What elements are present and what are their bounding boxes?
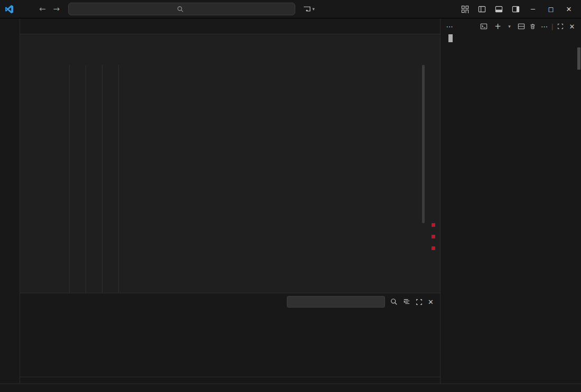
editor-scrollbar[interactable] [422,65,425,223]
search-icon[interactable] [390,298,398,305]
maximize-terminal-icon[interactable] [555,21,566,32]
debug-console-output [20,310,440,367]
close-window-button[interactable]: ✕ [561,1,577,17]
command-center-search[interactable] [68,3,295,15]
maximize-panel-icon[interactable] [416,299,423,305]
toggle-secondary-sidebar-icon[interactable] [508,2,523,16]
title-bar: ← → ▾ ─ [0,0,581,18]
go-back-icon[interactable]: ← [39,4,46,14]
vscode-logo-icon [0,5,18,14]
status-bar [0,384,581,392]
activity-bar [0,18,20,384]
toggle-primary-sidebar-icon[interactable] [474,2,489,16]
terminal-dropdown-icon[interactable]: ▾ [504,21,516,32]
nav-history: ← → [39,4,60,14]
close-terminal-icon[interactable]: ✕ [566,21,578,32]
more-actions-icon[interactable]: ⋯ [539,21,550,32]
kill-terminal-icon[interactable] [527,21,539,32]
panel-tab-bar: ✕ [20,293,440,310]
more-actions-icon[interactable]: ⋯ [444,21,455,32]
maximize-button[interactable]: ◻ [543,1,559,17]
editor-group: ✕ [20,18,440,384]
vscode-window: ← → ▾ ─ [0,0,581,392]
error-marker [432,235,435,238]
toggle-panel-icon[interactable] [491,2,506,16]
minimap[interactable] [393,65,422,293]
tab-bar [20,18,440,34]
console-filter-input[interactable] [287,296,385,308]
code-editor[interactable] [20,65,440,293]
split-terminal-icon[interactable] [516,21,527,32]
new-terminal-icon[interactable]: + [492,21,504,32]
error-marker [432,246,435,250]
terminal-output[interactable] [441,45,581,372]
error-marker [432,223,435,227]
bottom-panel: ✕ [20,293,440,384]
go-forward-icon[interactable]: → [53,4,60,14]
minimize-button[interactable]: ─ [525,1,541,17]
chevron-down-icon: ▾ [312,6,315,12]
terminal-icon [478,21,490,32]
breadcrumb[interactable] [20,34,440,46]
screencast-icon [303,5,311,13]
collapse-all-icon[interactable] [403,298,410,305]
terminal-scrollbar[interactable] [577,47,580,70]
terminal-header: ⋯ + ▾ ⋯ | ✕ [441,18,581,34]
layout-grid-icon[interactable] [457,2,472,16]
close-panel-icon[interactable]: ✕ [428,298,434,306]
screencast-control[interactable]: ▾ [303,5,315,13]
search-icon [177,6,184,13]
terminal-cursor [448,34,453,42]
terminal-panel: ⋯ + ▾ ⋯ | ✕ [440,18,581,384]
